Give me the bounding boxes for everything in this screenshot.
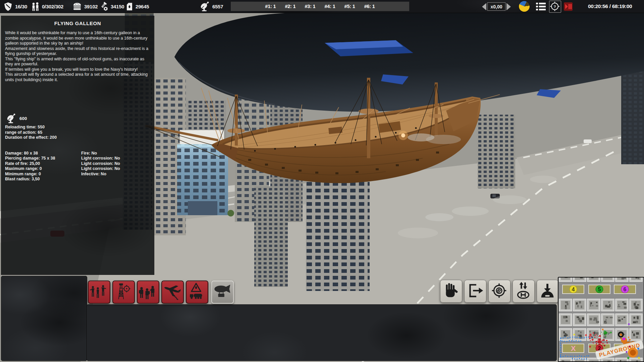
resource-population: 0/302/302 (31, 0, 63, 13)
radio-value: 6557 (212, 4, 223, 9)
guard-tower-icon (113, 281, 133, 302)
unit-title: FLYING GALLEON (1, 16, 154, 26)
group-1[interactable]: #1: 1 (265, 4, 276, 9)
helipad-icon (513, 280, 534, 302)
unit-info-panel: FLYING GALLEON While it would be unthink… (1, 16, 154, 275)
materials-icon (99, 2, 108, 11)
svg-text:5: 5 (598, 287, 601, 292)
svg-text:X: X (571, 344, 576, 353)
group-6[interactable]: #6: 1 (364, 4, 375, 9)
hazard-truck-icon (186, 281, 206, 302)
resource-materials: 34150 (99, 0, 124, 13)
cost-value: 600 (19, 116, 27, 121)
helipad-button[interactable] (513, 280, 535, 303)
attack-area-icon (489, 280, 509, 302)
radio-icon (200, 1, 210, 11)
svg-text:6: 6 (624, 287, 627, 292)
resource-food: 39102 (72, 0, 98, 13)
exit-icon (465, 280, 485, 302)
svg-text:4: 4 (572, 287, 575, 292)
unit-cost: 600 (6, 113, 27, 124)
defense-value: 16/30 (15, 4, 27, 9)
unit-stats-left: Damage: 80 x 38 Piercing damage: 75 x 38… (5, 151, 77, 182)
help-target-icon: ? (549, 1, 560, 12)
resource-defense: 16/30 (3, 0, 27, 13)
stop-hand-icon (440, 280, 461, 302)
game-speed-control: x0,00 (482, 2, 511, 11)
svg-text:?: ? (554, 5, 556, 9)
group-2[interactable]: #2: 1 (285, 4, 296, 9)
heavy-squad-icon (138, 281, 157, 302)
play-pause-button[interactable] (564, 2, 573, 11)
unit-description: While it would be unthinkable for many t… (5, 31, 151, 82)
game-screen: 16/30 0/302/302 (0, 0, 644, 362)
shield-icon (3, 2, 13, 11)
infantry-squad-icon (89, 281, 108, 302)
people-icon (31, 2, 40, 11)
mast (235, 95, 238, 145)
fuel-icon (125, 2, 133, 11)
unit-card-flying-galleon[interactable] (211, 281, 234, 304)
unit-stats-right: Fire: No Light corrosion: No Light corro… (81, 151, 152, 177)
exit-button[interactable] (464, 280, 486, 303)
play-pause-icon (564, 2, 573, 11)
unit-card-infantry-squad[interactable] (88, 281, 110, 304)
food-value: 39102 (84, 4, 98, 9)
unit-card-guard-tower[interactable] (112, 281, 135, 304)
top-bar: 16/30 0/302/302 (0, 0, 644, 13)
speed-value: x0,00 (487, 2, 505, 11)
statistics-pie-icon[interactable] (519, 1, 530, 12)
unit-card-bar (88, 281, 234, 304)
action-button-bar (440, 280, 559, 303)
unit-card-bomber[interactable] (161, 281, 184, 304)
attack-area-button[interactable] (488, 280, 511, 303)
resource-fuel: 29645 (125, 0, 149, 13)
fuel-value: 29645 (136, 4, 149, 9)
land-shelter-icon (537, 280, 558, 302)
bottom-left-panel (1, 276, 87, 361)
minimap[interactable]: 4 5 6 X 3 2 PLAYGROUND (558, 277, 644, 362)
bottom-center-panel (87, 304, 557, 361)
group-5[interactable]: #5: 1 (344, 4, 355, 9)
group-4[interactable]: #4: 1 (325, 4, 335, 9)
population-value: 0/302/302 (42, 4, 63, 9)
game-clock: 00:20:56 / 68:19:00 (588, 3, 632, 9)
unit-card-hazard-truck[interactable] (186, 281, 208, 304)
unit-parameters: Reloading time: 550 range of action: 65 … (5, 125, 57, 140)
group-3[interactable]: #3: 1 (305, 4, 315, 9)
objectives-list-icon[interactable] (536, 3, 546, 10)
squad-group-bar: #1: 1 #2: 1 #3: 1 #4: 1 #5: 1 #6: 1 (231, 2, 409, 11)
flying-galleon-icon (212, 281, 232, 302)
materials-value: 34150 (111, 4, 124, 9)
stop-button[interactable] (440, 280, 462, 303)
speed-decrease-arrow-icon[interactable] (482, 3, 486, 10)
speed-increase-arrow-icon[interactable] (506, 3, 511, 10)
resource-radio: 6557 (200, 0, 223, 13)
food-icon (72, 2, 82, 11)
land-shelter-button[interactable] (537, 280, 559, 303)
unit-card-heavy-squad[interactable] (137, 281, 159, 304)
bomber-icon (162, 281, 182, 302)
help-target-button[interactable]: ? (549, 1, 561, 13)
radio-icon (6, 113, 16, 124)
